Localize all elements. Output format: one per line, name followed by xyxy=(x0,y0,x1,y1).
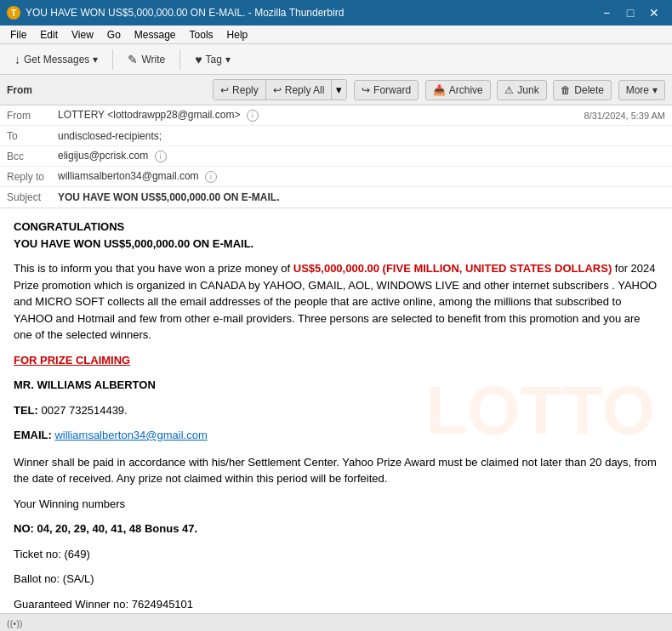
bcc-field-label: Bcc xyxy=(7,151,58,162)
for-prize-claiming: FOR PRIZE CLAIMING xyxy=(14,352,658,369)
get-messages-label: Get Messages xyxy=(24,54,89,65)
bcc-value: eligijus@pcrisk.com i xyxy=(58,150,665,162)
menu-edit[interactable]: Edit xyxy=(33,27,65,43)
email-date: 8/31/2024, 5:39 AM xyxy=(584,111,665,121)
reply-to-info-icon[interactable]: i xyxy=(205,171,217,183)
status-bar: ((•)) xyxy=(0,613,672,631)
write-button[interactable]: ✎ Write xyxy=(120,48,173,71)
reply-all-label: Reply All xyxy=(285,84,325,96)
menu-help[interactable]: Help xyxy=(220,27,255,43)
menu-bar: File Edit View Go Message Tools Help xyxy=(0,26,672,44)
delete-label: Delete xyxy=(574,84,604,96)
minimize-button[interactable]: − xyxy=(595,4,618,21)
app-icon: T xyxy=(7,6,20,20)
forward-label: Forward xyxy=(373,84,411,96)
intro-paragraph: This is to inform you that you have won … xyxy=(14,260,658,344)
tag-arrow[interactable]: ▾ xyxy=(225,54,231,65)
menu-go[interactable]: Go xyxy=(100,27,128,43)
forward-button[interactable]: ↪ Forward xyxy=(354,80,419,100)
close-button[interactable]: ✕ xyxy=(643,4,665,21)
prize-amount: US$5,000,000.00 (FIVE MILLION, UNITED ST… xyxy=(293,262,612,275)
guaranteed: Guaranteed Winner no: 7624945101 xyxy=(14,596,658,613)
tel-label: TEL: xyxy=(14,404,42,417)
para1-pre: This is to inform you that you have won … xyxy=(14,262,293,275)
toolbar: ↓ Get Messages ▾ ✎ Write ♥ Tag ▾ xyxy=(0,44,672,75)
to-row: To undisclosed-recipients; xyxy=(0,126,672,146)
junk-icon: ⚠ xyxy=(504,84,514,96)
menu-file[interactable]: File xyxy=(3,27,33,43)
reply-to-row: Reply to williamsalberton34@gmail.com i xyxy=(0,167,672,187)
reply-group: ↩ Reply ↩ Reply All ▾ xyxy=(213,79,347,100)
email-link[interactable]: williamsalberton34@gmail.com xyxy=(54,429,207,441)
congratulations-heading: CONGRATULATIONS YOU HAVE WON US$5,000,00… xyxy=(14,219,658,252)
write-label: Write xyxy=(141,54,165,65)
tag-label: Tag xyxy=(205,54,221,65)
reply-dropdown-button[interactable]: ▾ xyxy=(332,80,346,99)
delete-icon: 🗑 xyxy=(561,84,571,96)
winning-numbers-block: Your Winning numbers NO: 04, 20, 29, 40,… xyxy=(14,496,658,614)
get-messages-icon: ↓ xyxy=(14,53,20,66)
more-label: More xyxy=(626,84,649,96)
forward-icon: ↪ xyxy=(362,84,370,96)
toolbar-separator-2 xyxy=(179,49,180,70)
email-content: CONGRATULATIONS YOU HAVE WON US$5,000,00… xyxy=(14,219,658,613)
contact-block: MR. WILLIAMS ALBERTON TEL: 0027 73251443… xyxy=(14,377,658,444)
reply-label: Reply xyxy=(232,84,259,96)
reply-all-icon: ↩ xyxy=(273,84,282,96)
contact-tel: TEL: 0027 732514439. xyxy=(14,402,658,419)
to-field-label: To xyxy=(7,130,58,142)
bcc-row: Bcc eligijus@pcrisk.com i xyxy=(0,146,672,167)
menu-message[interactable]: Message xyxy=(128,27,183,43)
contact-name: MR. WILLIAMS ALBERTON xyxy=(14,377,658,394)
ballot: Ballot no: (SA/L) xyxy=(14,571,658,588)
contact-name-value: MR. WILLIAMS ALBERTON xyxy=(14,378,156,391)
window-controls: − □ ✕ xyxy=(595,4,665,21)
reply-button[interactable]: ↩ Reply xyxy=(214,80,266,99)
menu-tools[interactable]: Tools xyxy=(183,27,220,43)
to-value: undisclosed-recipients; xyxy=(58,130,665,142)
email-header: From LOTTERY <lottodrawpp28@gmail.com> i… xyxy=(0,105,672,208)
ticket: Ticket no: (649) xyxy=(14,546,658,563)
from-info-icon[interactable]: i xyxy=(247,110,259,122)
archive-icon: 📥 xyxy=(433,84,446,96)
reply-all-button[interactable]: ↩ Reply All xyxy=(266,80,333,99)
winning-heading: Your Winning numbers xyxy=(14,496,658,513)
title-bar: T YOU HAVE WON US$5,000,000.00 ON E-MAIL… xyxy=(0,0,672,26)
subject-row: Subject YOU HAVE WON US$5,000,000.00 ON … xyxy=(0,187,672,207)
from-label: From xyxy=(7,84,32,96)
from-value: LOTTERY <lottodrawpp28@gmail.com> i xyxy=(58,109,578,122)
window-title: YOU HAVE WON US$5,000,000.00 ON E-MAIL. … xyxy=(26,7,344,19)
status-text: ((•)) xyxy=(7,618,23,628)
heading1: CONGRATULATIONS xyxy=(14,220,124,233)
junk-button[interactable]: ⚠ Junk xyxy=(497,80,546,100)
action-bar: From ↩ Reply ↩ Reply All ▾ ↪ Forward 📥 A… xyxy=(0,75,672,105)
reply-to-label: Reply to xyxy=(7,171,58,183)
maximize-button[interactable]: □ xyxy=(619,4,641,21)
get-messages-arrow[interactable]: ▾ xyxy=(93,54,98,65)
tag-icon: ♥ xyxy=(195,53,202,66)
for-prize-text: FOR PRIZE CLAIMING xyxy=(14,354,130,367)
more-arrow: ▾ xyxy=(652,84,658,96)
write-icon: ✎ xyxy=(128,53,138,66)
email-body-container: LOTTO CONGRATULATIONS YOU HAVE WON US$5,… xyxy=(0,208,672,613)
archive-label: Archive xyxy=(449,84,483,96)
get-messages-button[interactable]: ↓ Get Messages ▾ xyxy=(7,48,105,71)
subject-value: YOU HAVE WON US$5,000,000.00 ON E-MAIL. xyxy=(58,191,665,203)
reply-to-value: williamsalberton34@gmail.com i xyxy=(58,170,665,183)
more-button[interactable]: More ▾ xyxy=(618,80,665,100)
toolbar-separator-1 xyxy=(112,49,113,70)
reply-icon: ↩ xyxy=(220,84,229,96)
subject-label: Subject xyxy=(7,191,58,203)
winning-numbers: NO: 04, 20, 29, 40, 41, 48 Bonus 47. xyxy=(14,520,658,537)
contact-email: EMAIL: williamsalberton34@gmail.com xyxy=(14,427,658,444)
from-field-label: From xyxy=(7,110,58,122)
tag-button[interactable]: ♥ Tag ▾ xyxy=(187,48,238,71)
bcc-info-icon[interactable]: i xyxy=(155,151,167,162)
winning-numbers-value: NO: 04, 20, 29, 40, 41, 48 Bonus 47. xyxy=(14,522,197,535)
tel-value: 0027 732514439. xyxy=(42,404,128,417)
settlement-para: Winner shall be paid in accordance with … xyxy=(14,454,658,487)
delete-button[interactable]: 🗑 Delete xyxy=(553,80,612,100)
archive-button[interactable]: 📥 Archive xyxy=(425,80,491,100)
email-body: LOTTO CONGRATULATIONS YOU HAVE WON US$5,… xyxy=(0,208,672,613)
menu-view[interactable]: View xyxy=(65,27,100,43)
